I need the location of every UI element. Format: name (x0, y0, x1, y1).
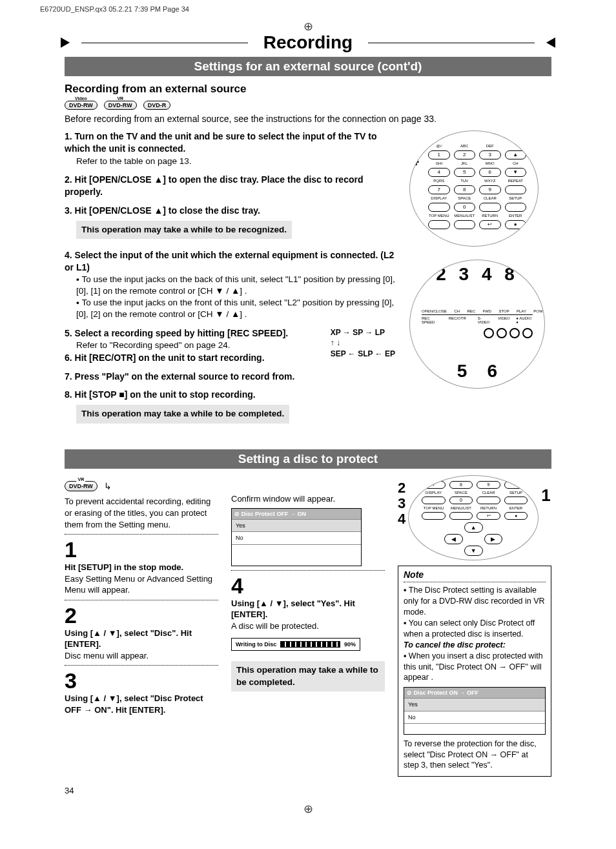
dpad-icon: ▲ ◀▶ ▼ (444, 522, 502, 556)
crop-top: ⊕ (0, 13, 616, 32)
callouts-bottom: 5 6 (410, 361, 544, 382)
step-5-sub: Refer to "Recording speed" on page 24. (65, 340, 231, 350)
decor-triangle-left (65, 37, 75, 48)
osd-writing-progress: Writing to Disc 90% (231, 638, 360, 651)
badge-dvd-rw-vr: VRDVD-RW (65, 481, 98, 491)
cursor-icon: ↳ (104, 480, 112, 493)
step3-title: Using [▲ / ▼], select "Disc Protect OFF … (65, 693, 218, 715)
chapter-title-row: Recording (65, 32, 551, 53)
note-tail: To reverse the protection for the disc, … (404, 739, 546, 772)
unit-label-row-2: REC SPEED REC/OTR S-VIDEO VIDEO ● AUDIO … (422, 316, 533, 324)
confirm-text: Confirm window will appear. (231, 493, 385, 505)
step-8: 8. Hit [STOP ■] on the unit to stop reco… (65, 389, 256, 400)
figure-remote-nav: 789 DISPLAYSPACECLEARSETUP 0 TOP MENUMEN… (408, 475, 539, 560)
step-4-bullet-b: To use the input jacks on the front of t… (65, 297, 395, 320)
jack-icon (509, 328, 520, 338)
callout-1: 1 (541, 487, 550, 504)
step2-title: Using [▲ / ▼], select "Disc". Hit [ENTER… (65, 628, 218, 650)
section-heading-external-source: Settings for an external source (cont'd) (65, 57, 551, 76)
note-item: When you insert a disc protected with th… (404, 651, 546, 684)
note-box: Note The Disc Protect setting is availab… (398, 566, 551, 777)
column-3: 2 3 4 789 DISPLAYSPACECLEARSETUP 0 TOP M… (398, 475, 551, 777)
decor-rule (81, 43, 248, 43)
writing-label: Writing to Disc (236, 640, 276, 648)
decor-triangle-right (541, 37, 551, 48)
step-number-2: 2 (65, 604, 218, 626)
note-box-completed: This operation may take a while to be co… (76, 405, 289, 423)
step1-body: Easy Setting Menu or Advanced Setting Me… (65, 573, 218, 596)
step-4-bullet-a: To use the input jacks on the back of th… (65, 274, 395, 297)
note-item: You can select only Disc Protect off whe… (404, 618, 546, 640)
osd-option-yes: Yes (404, 698, 545, 710)
decor-rule (368, 43, 535, 43)
disc-icon (234, 511, 241, 517)
intro-text: Before recording from an external source… (65, 114, 551, 124)
badge-dvd-r: DVD-R (143, 101, 171, 110)
jack-icon (484, 328, 494, 338)
unit-jacks (422, 328, 533, 338)
note-box-recognized: This operation may take a while to be re… (76, 221, 292, 239)
col1-intro: To prevent accidental recording, editing… (65, 496, 218, 530)
figure-remote-keypad: 4 .@/:ABCDEF 123▲ GHIJKLMNOCH 456▼ PQRST… (409, 130, 539, 247)
osd-option-no: No (404, 711, 545, 723)
column-2: Confirm window will appear. Disc Protect… (231, 475, 385, 777)
disc-icon (407, 690, 414, 696)
column-1: VRDVD-RW ↳ To prevent accidental recordi… (65, 475, 218, 777)
step2-body: Disc menu will appear. (65, 650, 218, 662)
step-number-3: 3 (65, 670, 218, 691)
figure-unit-front-panel: 2 3 4 8 OPEN/CLOSE CH REC FWD STOP PLAY … (409, 260, 545, 389)
section-heading-disc-protect: Setting a disc to protect (65, 449, 551, 469)
note-cancel-title: To cancel the disc protect: (404, 640, 506, 650)
step-5: 5. Select a recording speed by hitting [… (65, 328, 288, 338)
badge-dvd-rw-video: VideoDVD-RW (65, 101, 98, 110)
badge-dvd-rw-vr: VRDVD-RW (104, 101, 137, 110)
osd-option-yes: Yes (232, 519, 361, 531)
jack-icon (497, 328, 507, 338)
page-number: 34 (0, 777, 616, 795)
unit-label-row-1: OPEN/CLOSE CH REC FWD STOP PLAY POWER (422, 309, 533, 313)
osd-disc-protect-on-off: Disc Protect ON → OFF Yes No (404, 687, 546, 734)
step-number-1: 1 (65, 538, 218, 560)
step-2: 2. Hit [OPEN/CLOSE ▲] to open the disc t… (65, 174, 363, 197)
step-number-4: 4 (231, 575, 385, 597)
step-1: 1. Turn on the TV and the unit and be su… (65, 131, 377, 154)
osd-option-no: No (232, 531, 361, 544)
note-item: The Disc Protect setting is available on… (404, 585, 546, 618)
crop-bottom: ⊕ (0, 795, 616, 815)
callouts-234: 2 3 4 (398, 480, 406, 527)
jack-icon (522, 328, 533, 338)
rec-speed-diagram: XP → SP → LP ↑ ↓ SEP ← SLP ← EP (331, 327, 395, 360)
osd-disc-protect-off-on: Disc Protect OFF → ON Yes No (231, 508, 362, 566)
progress-bar (280, 641, 340, 648)
step-1-sub: Refer to the table on page 13. (65, 156, 192, 166)
print-slug: E6720UD_ENSP.qx3 05.2.21 7:39 PM Page 34 (0, 0, 616, 13)
step-3: 3. Hit [OPEN/CLOSE ▲] to close the disc … (65, 205, 260, 216)
step4-title: Using [▲ / ▼], select "Yes". Hit [ENTER]… (231, 598, 385, 620)
page-content: Recording Settings for an external sourc… (0, 32, 616, 777)
subsection-heading: Recording from an external source (65, 83, 551, 96)
chapter-title: Recording (254, 32, 362, 53)
procedure-steps: 1. Turn on the TV and the unit and be su… (65, 130, 395, 427)
writing-percent: 90% (344, 640, 356, 648)
step-7: 7. Press "Play" on the external source t… (65, 371, 294, 382)
step1-title: Hit [SETUP] in the stop mode. (65, 562, 218, 573)
step-4: 4. Select the input of the unit which th… (65, 250, 394, 272)
disc-format-badges: VideoDVD-RW VRDVD-RW DVD-R (65, 101, 551, 110)
step4-body: A disc will be protected. (231, 620, 385, 632)
step-6: 6. Hit [REC/OTR] on the unit to start re… (65, 353, 265, 363)
note-box-completed-2: This operation may take a while to be co… (231, 661, 385, 691)
note-title: Note (404, 569, 546, 581)
callouts-top: 2 3 4 8 (410, 264, 544, 285)
callout-4: 4 (409, 149, 419, 170)
